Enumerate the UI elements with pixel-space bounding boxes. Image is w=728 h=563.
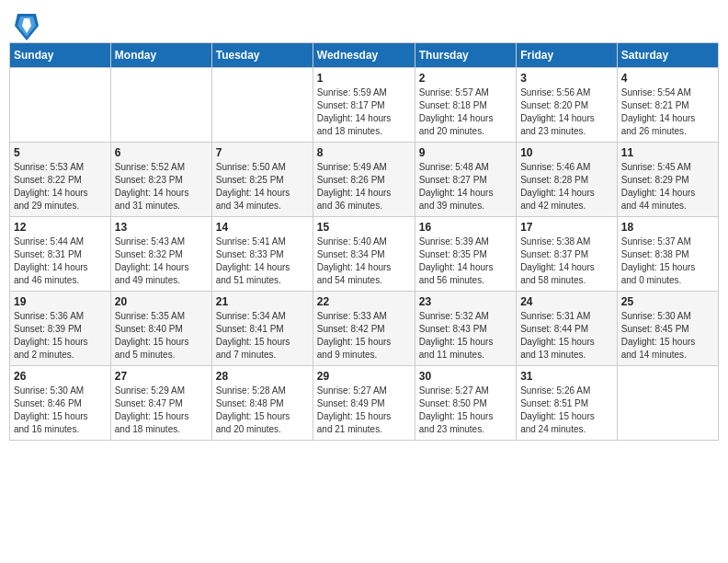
calendar-cell: 7Sunrise: 5:50 AM Sunset: 8:25 PM Daylig… <box>211 143 313 217</box>
day-number: 5 <box>14 146 107 159</box>
day-number: 20 <box>115 295 208 308</box>
calendar-day-header: Friday <box>517 43 618 68</box>
day-info: Sunrise: 5:41 AM Sunset: 8:33 PM Dayligh… <box>216 236 309 287</box>
day-info: Sunrise: 5:34 AM Sunset: 8:41 PM Dayligh… <box>216 310 309 362</box>
calendar-cell: 31Sunrise: 5:26 AM Sunset: 8:51 PM Dayli… <box>517 366 618 441</box>
calendar-day-header: Monday <box>110 43 211 68</box>
day-info: Sunrise: 5:46 AM Sunset: 8:28 PM Dayligh… <box>520 161 613 213</box>
day-info: Sunrise: 5:32 AM Sunset: 8:43 PM Dayligh… <box>419 310 512 362</box>
day-number: 9 <box>419 146 512 159</box>
calendar-day-header: Saturday <box>617 43 718 68</box>
calendar-cell: 1Sunrise: 5:59 AM Sunset: 8:17 PM Daylig… <box>313 68 415 143</box>
day-number: 10 <box>520 146 613 159</box>
calendar-cell: 24Sunrise: 5:31 AM Sunset: 8:44 PM Dayli… <box>517 292 618 366</box>
day-info: Sunrise: 5:57 AM Sunset: 8:18 PM Dayligh… <box>419 86 512 138</box>
day-number: 17 <box>520 221 613 234</box>
day-info: Sunrise: 5:43 AM Sunset: 8:32 PM Dayligh… <box>115 236 208 287</box>
day-info: Sunrise: 5:30 AM Sunset: 8:45 PM Dayligh… <box>621 310 714 362</box>
day-info: Sunrise: 5:49 AM Sunset: 8:26 PM Dayligh… <box>317 161 411 213</box>
day-number: 12 <box>14 221 107 234</box>
day-number: 27 <box>115 370 208 383</box>
day-info: Sunrise: 5:48 AM Sunset: 8:27 PM Dayligh… <box>419 161 512 213</box>
day-info: Sunrise: 5:45 AM Sunset: 8:29 PM Dayligh… <box>621 161 714 213</box>
calendar-cell: 11Sunrise: 5:45 AM Sunset: 8:29 PM Dayli… <box>617 143 718 217</box>
calendar-cell: 9Sunrise: 5:48 AM Sunset: 8:27 PM Daylig… <box>415 143 516 217</box>
calendar-cell: 27Sunrise: 5:29 AM Sunset: 8:47 PM Dayli… <box>110 366 211 441</box>
day-number: 13 <box>115 221 208 234</box>
day-info: Sunrise: 5:38 AM Sunset: 8:37 PM Dayligh… <box>520 236 613 287</box>
day-number: 21 <box>216 295 309 308</box>
calendar-cell <box>110 68 211 143</box>
calendar-cell: 3Sunrise: 5:56 AM Sunset: 8:20 PM Daylig… <box>517 68 618 143</box>
calendar-cell <box>10 68 111 143</box>
day-info: Sunrise: 5:33 AM Sunset: 8:42 PM Dayligh… <box>317 310 411 362</box>
day-number: 23 <box>419 295 512 308</box>
day-number: 24 <box>520 295 613 308</box>
calendar-week-row: 19Sunrise: 5:36 AM Sunset: 8:39 PM Dayli… <box>10 292 719 366</box>
day-number: 8 <box>317 146 411 159</box>
calendar-table: SundayMondayTuesdayWednesdayThursdayFrid… <box>9 42 719 441</box>
day-info: Sunrise: 5:52 AM Sunset: 8:23 PM Dayligh… <box>115 161 208 213</box>
calendar-cell: 5Sunrise: 5:53 AM Sunset: 8:22 PM Daylig… <box>10 143 111 217</box>
calendar-cell: 18Sunrise: 5:37 AM Sunset: 8:38 PM Dayli… <box>617 217 718 292</box>
calendar-day-header: Sunday <box>10 43 111 68</box>
day-number: 14 <box>216 221 309 234</box>
calendar-cell: 29Sunrise: 5:27 AM Sunset: 8:49 PM Dayli… <box>313 366 415 441</box>
calendar-cell: 22Sunrise: 5:33 AM Sunset: 8:42 PM Dayli… <box>313 292 415 366</box>
day-number: 18 <box>621 221 714 234</box>
day-number: 15 <box>317 221 411 234</box>
calendar-cell: 19Sunrise: 5:36 AM Sunset: 8:39 PM Dayli… <box>10 292 111 366</box>
day-info: Sunrise: 5:53 AM Sunset: 8:22 PM Dayligh… <box>14 161 107 213</box>
calendar-week-row: 26Sunrise: 5:30 AM Sunset: 8:46 PM Dayli… <box>10 366 719 441</box>
calendar-day-header: Tuesday <box>211 43 313 68</box>
day-number: 6 <box>115 146 208 159</box>
calendar-week-row: 5Sunrise: 5:53 AM Sunset: 8:22 PM Daylig… <box>10 143 719 217</box>
calendar-cell: 23Sunrise: 5:32 AM Sunset: 8:43 PM Dayli… <box>415 292 516 366</box>
day-info: Sunrise: 5:26 AM Sunset: 8:51 PM Dayligh… <box>520 385 613 436</box>
calendar-cell: 30Sunrise: 5:27 AM Sunset: 8:50 PM Dayli… <box>415 366 516 441</box>
calendar-day-header: Thursday <box>415 43 516 68</box>
calendar-cell <box>211 68 313 143</box>
day-number: 1 <box>317 72 411 85</box>
day-info: Sunrise: 5:59 AM Sunset: 8:17 PM Dayligh… <box>317 86 411 138</box>
day-info: Sunrise: 5:56 AM Sunset: 8:20 PM Dayligh… <box>520 86 613 138</box>
calendar-cell: 6Sunrise: 5:52 AM Sunset: 8:23 PM Daylig… <box>110 143 211 217</box>
logo <box>13 9 39 35</box>
calendar-week-row: 1Sunrise: 5:59 AM Sunset: 8:17 PM Daylig… <box>10 68 719 143</box>
calendar-cell: 28Sunrise: 5:28 AM Sunset: 8:48 PM Dayli… <box>211 366 313 441</box>
day-info: Sunrise: 5:31 AM Sunset: 8:44 PM Dayligh… <box>520 310 613 362</box>
day-number: 28 <box>216 370 309 383</box>
calendar-cell: 14Sunrise: 5:41 AM Sunset: 8:33 PM Dayli… <box>211 217 313 292</box>
calendar-cell: 25Sunrise: 5:30 AM Sunset: 8:45 PM Dayli… <box>617 292 718 366</box>
day-info: Sunrise: 5:39 AM Sunset: 8:35 PM Dayligh… <box>419 236 512 287</box>
day-number: 26 <box>14 370 107 383</box>
day-info: Sunrise: 5:54 AM Sunset: 8:21 PM Dayligh… <box>621 86 714 138</box>
day-info: Sunrise: 5:28 AM Sunset: 8:48 PM Dayligh… <box>216 385 309 436</box>
day-number: 19 <box>14 295 107 308</box>
day-number: 29 <box>317 370 411 383</box>
logo-icon <box>13 9 35 35</box>
day-info: Sunrise: 5:35 AM Sunset: 8:40 PM Dayligh… <box>115 310 208 362</box>
calendar-cell: 4Sunrise: 5:54 AM Sunset: 8:21 PM Daylig… <box>617 68 718 143</box>
day-number: 11 <box>621 146 714 159</box>
day-info: Sunrise: 5:27 AM Sunset: 8:50 PM Dayligh… <box>419 385 512 436</box>
day-number: 2 <box>419 72 512 85</box>
page-header <box>9 9 719 35</box>
calendar-cell: 17Sunrise: 5:38 AM Sunset: 8:37 PM Dayli… <box>517 217 618 292</box>
day-number: 7 <box>216 146 309 159</box>
calendar-day-header: Wednesday <box>313 43 415 68</box>
day-number: 25 <box>621 295 714 308</box>
day-number: 16 <box>419 221 512 234</box>
calendar-header-row: SundayMondayTuesdayWednesdayThursdayFrid… <box>10 43 719 68</box>
calendar-cell: 12Sunrise: 5:44 AM Sunset: 8:31 PM Dayli… <box>10 217 111 292</box>
calendar-cell <box>617 366 718 441</box>
day-info: Sunrise: 5:40 AM Sunset: 8:34 PM Dayligh… <box>317 236 411 287</box>
calendar-week-row: 12Sunrise: 5:44 AM Sunset: 8:31 PM Dayli… <box>10 217 719 292</box>
calendar-cell: 20Sunrise: 5:35 AM Sunset: 8:40 PM Dayli… <box>110 292 211 366</box>
day-number: 3 <box>520 72 613 85</box>
day-info: Sunrise: 5:30 AM Sunset: 8:46 PM Dayligh… <box>14 385 107 436</box>
calendar-cell: 15Sunrise: 5:40 AM Sunset: 8:34 PM Dayli… <box>313 217 415 292</box>
day-number: 4 <box>621 72 714 85</box>
day-info: Sunrise: 5:37 AM Sunset: 8:38 PM Dayligh… <box>621 236 714 287</box>
calendar-cell: 13Sunrise: 5:43 AM Sunset: 8:32 PM Dayli… <box>110 217 211 292</box>
